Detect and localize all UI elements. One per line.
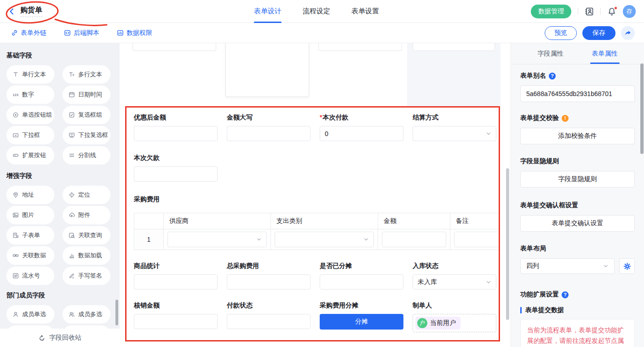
panel-scrollbar[interactable]	[640, 63, 644, 154]
current-debt-input[interactable]	[134, 166, 218, 182]
page-title[interactable]: 购货单	[20, 6, 42, 17]
selected-field-slot[interactable]	[407, 43, 500, 106]
field-item-attachment[interactable]: 附件	[63, 206, 110, 224]
total-purchase-expense-input[interactable]	[227, 274, 310, 290]
field-item-address[interactable]: 地址	[6, 186, 54, 204]
is-apportioned-input[interactable]	[320, 274, 403, 290]
field-item-single-line-text[interactable]: 单行文本	[6, 65, 54, 84]
back-icon[interactable]	[8, 8, 16, 15]
partial-field[interactable]	[413, 43, 495, 51]
save-button[interactable]: 保存	[582, 26, 615, 40]
form-alias-input[interactable]	[520, 85, 635, 102]
field-item-linked-data[interactable]: 关联数据	[6, 246, 54, 265]
field-purchase-expense-subform[interactable]: 采购费用 供应商 支出类别 金额 备注 1	[134, 195, 491, 250]
field-item-divider[interactable]: 分割线	[63, 146, 110, 165]
field-current-payment[interactable]: 本次付款	[320, 114, 403, 141]
field-item-multi-dropdown[interactable]: 下拉复选框	[63, 126, 110, 144]
form-external-link[interactable]: 表单外链	[11, 29, 46, 37]
chevron-down-icon	[486, 279, 491, 285]
field-is-apportioned[interactable]: 是否已分摊	[320, 262, 403, 290]
avatar[interactable]: 存	[623, 5, 636, 18]
help-icon[interactable]: ?	[562, 291, 569, 298]
field-item-ext-button[interactable]: 扩展按钮	[6, 146, 54, 165]
layout-settings-button[interactable]	[619, 258, 635, 274]
tab-flow-setting[interactable]: 流程设定	[303, 0, 330, 23]
sidebar-scrollbar[interactable]	[115, 300, 118, 325]
field-item-datetime[interactable]: 日期时间	[63, 85, 110, 104]
tab-form-design[interactable]: 表单设计	[254, 0, 282, 23]
chevron-down-icon	[256, 237, 262, 242]
field-expense-apportion[interactable]: 采购费用分摊 分摊	[320, 301, 403, 332]
field-item-radio-group[interactable]: 单选按钮组	[6, 106, 54, 124]
field-item-number[interactable]: 123数字	[6, 85, 54, 104]
notification-bell-icon[interactable]	[607, 7, 616, 16]
field-current-debt[interactable]: 本次欠款	[134, 154, 218, 182]
form-layout-select[interactable]: 四列	[520, 258, 615, 274]
field-palette-sidebar: 基础字段 单行文本 多行文本 123数字 日期时间 单选按钮组 复选框组 下拉框…	[0, 43, 120, 347]
partial-field[interactable]	[132, 43, 216, 51]
backend-script-link[interactable]: 后端脚本	[64, 29, 99, 37]
field-payment-status[interactable]: 付款状态	[227, 301, 310, 332]
field-visibility-button[interactable]: 字段显隐规则	[520, 171, 635, 188]
field-item-linked-query[interactable]: 关联查询	[63, 226, 110, 245]
field-goods-statistics[interactable]: 商品统计	[134, 262, 218, 290]
partial-field[interactable]	[318, 43, 402, 51]
canvas-scrollbar[interactable]	[506, 168, 509, 320]
field-document-maker[interactable]: 制单人 户 当前用户	[413, 301, 496, 332]
field-discounted-amount[interactable]: 优惠后金额	[134, 114, 218, 141]
tab-form-properties[interactable]: 表单属性	[592, 43, 618, 64]
remark-input[interactable]	[454, 232, 499, 247]
goods-statistics-input[interactable]	[134, 274, 218, 290]
help-icon[interactable]: ?	[549, 73, 556, 80]
gear-icon	[623, 262, 631, 270]
field-item-multi-line-text[interactable]: 多行文本	[63, 65, 110, 84]
field-item-subform[interactable]: 子表单	[6, 226, 54, 245]
header-tabs: 表单设计 流程设定 表单设置	[254, 0, 379, 23]
field-recycle-bin[interactable]: 字段回收站	[0, 329, 120, 347]
document-maker-picker[interactable]: 户 当前用户	[413, 314, 496, 332]
warning-icon[interactable]: !	[562, 115, 569, 122]
field-amount-in-words[interactable]: 金额大写	[227, 114, 310, 141]
field-item-member-multi[interactable]: 成员多选	[63, 305, 110, 324]
field-item-signature[interactable]: 手写签名	[63, 267, 110, 285]
data-manage-button[interactable]: 数据管理	[531, 5, 571, 18]
writeoff-amount-input[interactable]	[134, 314, 218, 329]
svg-text:123: 123	[12, 93, 18, 97]
preview-button[interactable]: 预览	[545, 26, 577, 40]
field-item-checkbox-group[interactable]: 复选框组	[63, 106, 110, 124]
share-button[interactable]	[621, 26, 635, 40]
field-item-data-load[interactable]: 数据加载	[63, 246, 110, 265]
chevron-down-icon	[363, 237, 369, 242]
field-item-dropdown[interactable]: 下拉框	[6, 126, 54, 144]
inbound-status-select[interactable]: 未入库	[413, 274, 496, 290]
field-item-serial-number[interactable]: 流水号	[6, 267, 54, 285]
current-payment-input[interactable]	[320, 126, 403, 141]
field-writeoff-amount[interactable]: 核销金额	[134, 301, 218, 332]
field-item-member-single[interactable]: 成员单选	[6, 305, 54, 324]
amount-in-words-input[interactable]	[227, 126, 310, 141]
link-icon	[11, 29, 18, 36]
field-item-locate[interactable]: 定位	[63, 186, 110, 204]
field-visibility-label: 字段显隐规则	[520, 157, 635, 165]
share-arrow-icon	[624, 29, 632, 37]
field-settlement-method[interactable]: 结算方式	[413, 114, 496, 141]
partial-textarea-field[interactable]	[225, 43, 309, 97]
discounted-amount-input[interactable]	[134, 126, 218, 141]
settlement-method-select[interactable]	[413, 126, 496, 141]
add-check-condition-button[interactable]: 添加校验条件	[520, 128, 635, 144]
supplier-select[interactable]	[167, 232, 267, 247]
tab-form-setting[interactable]: 表单设置	[351, 0, 379, 23]
apportion-button[interactable]: 分摊	[320, 314, 403, 330]
expense-type-select[interactable]	[275, 232, 374, 247]
field-total-purchase-expense[interactable]: 总采购费用	[227, 262, 310, 290]
form-canvas[interactable]: 优惠后金额 金额大写 本次付款 结算方式	[120, 43, 511, 347]
contacts-book-icon[interactable]	[585, 7, 594, 16]
field-inbound-status[interactable]: 入库状态 未入库	[413, 262, 496, 290]
multi-line-text-icon	[69, 71, 75, 78]
data-permission-link[interactable]: 数据权限	[117, 29, 152, 37]
payment-status-input[interactable]	[227, 314, 310, 329]
amount-input[interactable]	[382, 232, 446, 247]
submit-confirm-button[interactable]: 表单提交确认设置	[520, 215, 635, 232]
field-item-image[interactable]: 图片	[6, 206, 54, 224]
tab-field-properties[interactable]: 字段属性	[538, 43, 564, 64]
